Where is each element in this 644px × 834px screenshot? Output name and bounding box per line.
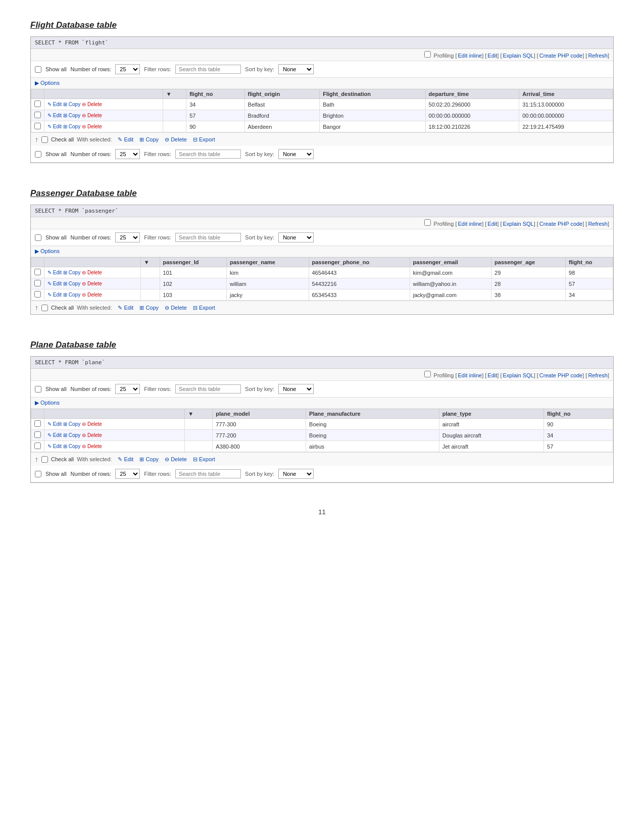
passenger-edit-inline-link[interactable]: Edit inline <box>458 221 482 227</box>
plane-bulk-export[interactable]: ⊟ Export <box>193 456 215 463</box>
passenger-row-edit-btn[interactable]: ✎ Edit <box>47 281 62 286</box>
flight-row-copy-btn[interactable]: ⊞ Copy <box>63 124 80 129</box>
flight-filter-input-bottom[interactable] <box>175 150 241 159</box>
passenger-sort-select[interactable]: None <box>278 232 314 242</box>
passenger-row-check[interactable] <box>31 289 44 301</box>
passenger-edit-link[interactable]: Edit <box>487 221 497 227</box>
plane-bulk-copy[interactable]: ⊞ Copy <box>139 456 159 463</box>
flight-row-delete-btn[interactable]: ⊖ Delete <box>82 124 102 129</box>
plane-col-manufacture[interactable]: Plane_manufacture <box>306 409 439 419</box>
passenger-bulk-copy[interactable]: ⊞ Copy <box>139 305 159 311</box>
plane-row-copy-btn[interactable]: ⊞ Copy <box>63 432 80 438</box>
plane-bulk-edit[interactable]: ✎ Edit <box>118 456 133 463</box>
flight-bulk-copy[interactable]: ⊞ Copy <box>139 136 159 143</box>
flight-col-flight-dest[interactable]: Flight_destination <box>320 89 425 99</box>
plane-sort-select[interactable]: None <box>278 384 314 394</box>
flight-row-edit-btn[interactable]: ✎ Edit <box>47 124 62 129</box>
plane-col-type[interactable]: plane_type <box>439 409 543 419</box>
plane-refresh-link[interactable]: Refresh <box>588 372 608 378</box>
flight-num-rows-select-bottom[interactable]: 2550100 <box>115 149 140 159</box>
flight-col-flight-origin[interactable]: flight_origin <box>244 89 320 99</box>
passenger-num-rows-select[interactable]: 2550100 <box>115 232 140 242</box>
flight-filter-input[interactable] <box>175 65 241 74</box>
flight-row-copy-btn[interactable]: ⊞ Copy <box>63 102 80 107</box>
plane-row-delete-btn[interactable]: ⊖ Delete <box>82 444 102 449</box>
flight-row-delete-btn[interactable]: ⊖ Delete <box>82 113 102 118</box>
plane-col-flight-no[interactable]: flight_no <box>544 409 613 419</box>
plane-row-edit-btn[interactable]: ✎ Edit <box>47 432 62 438</box>
passenger-show-all-checkbox[interactable] <box>35 234 41 241</box>
flight-row-delete-btn[interactable]: ⊖ Delete <box>82 102 102 107</box>
plane-create-php-link[interactable]: Create PHP code <box>539 372 582 378</box>
flight-check-all[interactable] <box>41 136 48 143</box>
flight-profiling-checkbox[interactable] <box>424 51 431 58</box>
flight-sort-select[interactable]: None <box>278 64 314 74</box>
flight-row-edit-btn[interactable]: ✎ Edit <box>47 102 62 107</box>
flight-refresh-link[interactable]: Refresh <box>588 53 608 59</box>
passenger-row-delete-btn[interactable]: ⊖ Delete <box>82 270 102 275</box>
passenger-bulk-delete[interactable]: ⊖ Delete <box>165 305 187 311</box>
plane-filter-input-bottom[interactable] <box>175 469 241 478</box>
plane-row-check[interactable] <box>31 419 44 430</box>
flight-col-departure-time[interactable]: departure_time <box>425 89 519 99</box>
plane-row-copy-btn[interactable]: ⊞ Copy <box>63 421 80 427</box>
passenger-row-edit-btn[interactable]: ✎ Edit <box>47 292 62 298</box>
passenger-row-delete-btn[interactable]: ⊖ Delete <box>82 292 102 298</box>
flight-sort-select-bottom[interactable]: None <box>278 149 314 159</box>
flight-show-all-checkbox[interactable] <box>35 66 41 73</box>
passenger-col-name[interactable]: passenger_name <box>227 258 309 267</box>
passenger-col-age[interactable]: passenger_age <box>491 258 566 267</box>
flight-explain-sql-link[interactable]: Explain SQL <box>503 53 534 59</box>
flight-show-all-checkbox-bottom[interactable] <box>35 151 41 158</box>
passenger-row-edit-btn[interactable]: ✎ Edit <box>47 270 62 275</box>
plane-explain-sql-link[interactable]: Explain SQL <box>503 372 534 378</box>
plane-row-delete-btn[interactable]: ⊖ Delete <box>82 432 102 438</box>
plane-row-check[interactable] <box>31 430 44 441</box>
flight-bulk-delete[interactable]: ⊖ Delete <box>165 136 187 143</box>
passenger-col-email[interactable]: passenger_email <box>410 258 491 267</box>
flight-col-arrival-time[interactable]: Arrival_time <box>519 89 613 99</box>
flight-edit-inline-link[interactable]: Edit inline <box>458 53 482 59</box>
plane-row-edit-btn[interactable]: ✎ Edit <box>47 421 62 427</box>
flight-row-check[interactable] <box>31 110 44 121</box>
passenger-filter-input[interactable] <box>175 233 241 242</box>
passenger-check-all[interactable] <box>41 305 48 311</box>
passenger-col-flight[interactable]: flight_no <box>566 258 613 267</box>
passenger-profiling-checkbox[interactable] <box>424 219 431 226</box>
flight-bulk-edit[interactable]: ✎ Edit <box>118 136 133 143</box>
passenger-refresh-link[interactable]: Refresh <box>588 221 608 227</box>
passenger-row-copy-btn[interactable]: ⊞ Copy <box>63 281 80 286</box>
passenger-bulk-edit[interactable]: ✎ Edit <box>118 305 133 311</box>
plane-bulk-delete[interactable]: ⊖ Delete <box>165 456 187 463</box>
passenger-bulk-export[interactable]: ⊟ Export <box>193 305 215 311</box>
plane-row-check[interactable] <box>31 441 44 452</box>
passenger-options-row[interactable]: ▶ Options <box>31 246 613 257</box>
passenger-col-id[interactable]: passenger_Id <box>160 258 227 267</box>
plane-row-delete-btn[interactable]: ⊖ Delete <box>82 421 102 427</box>
plane-show-all-checkbox[interactable] <box>35 386 41 393</box>
passenger-row-delete-btn[interactable]: ⊖ Delete <box>82 281 102 286</box>
plane-col-model[interactable]: plane_model <box>213 409 306 419</box>
passenger-create-php-link[interactable]: Create PHP code <box>539 221 582 227</box>
plane-filter-input[interactable] <box>175 384 241 394</box>
flight-create-php-link[interactable]: Create PHP code <box>539 53 582 59</box>
plane-row-copy-btn[interactable]: ⊞ Copy <box>63 444 80 449</box>
passenger-col-phone[interactable]: passenger_phone_no <box>309 258 410 267</box>
flight-edit-link[interactable]: Edit <box>487 53 497 59</box>
flight-row-copy-btn[interactable]: ⊞ Copy <box>63 113 80 118</box>
passenger-row-copy-btn[interactable]: ⊞ Copy <box>63 270 80 275</box>
passenger-row-check[interactable] <box>31 278 44 289</box>
flight-col-flight-no[interactable]: flight_no <box>186 89 244 99</box>
flight-row-check[interactable] <box>31 99 44 110</box>
passenger-row-check[interactable] <box>31 267 44 278</box>
passenger-row-copy-btn[interactable]: ⊞ Copy <box>63 292 80 298</box>
plane-num-rows-select[interactable]: 2550100 <box>115 384 140 394</box>
plane-check-all[interactable] <box>41 456 48 463</box>
plane-edit-link[interactable]: Edit <box>487 372 497 378</box>
plane-profiling-checkbox[interactable] <box>424 371 431 377</box>
plane-edit-inline-link[interactable]: Edit inline <box>458 372 482 378</box>
passenger-explain-sql-link[interactable]: Explain SQL <box>503 221 534 227</box>
plane-num-rows-select-bottom[interactable]: 2550100 <box>115 469 140 479</box>
plane-row-edit-btn[interactable]: ✎ Edit <box>47 444 62 449</box>
flight-row-check[interactable] <box>31 121 44 132</box>
